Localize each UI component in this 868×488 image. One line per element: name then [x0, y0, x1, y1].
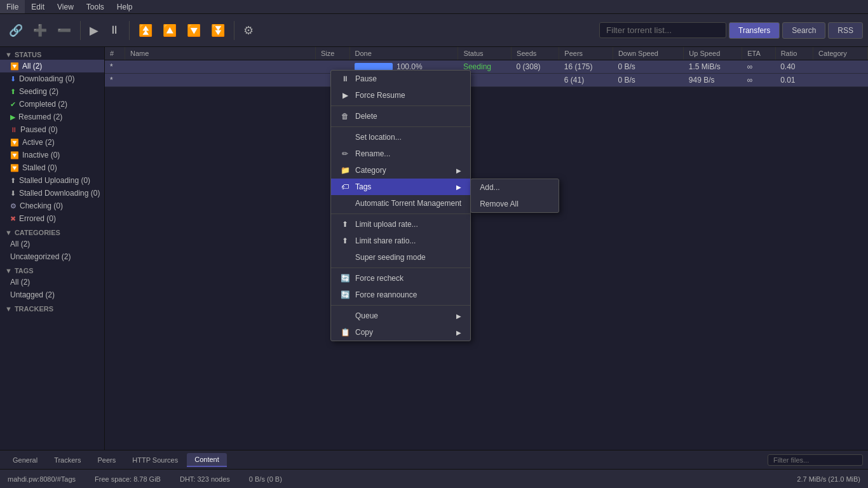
increase-priority-button[interactable]: 🔼: [159, 21, 180, 40]
menu-edit[interactable]: Edit: [25, 0, 51, 13]
status-collapse-icon: ▼: [5, 51, 12, 58]
tab-peers[interactable]: Peers: [90, 454, 124, 466]
ctx-super-seeding[interactable]: Super seeding mode: [331, 249, 470, 266]
ctx-atm[interactable]: Automatic Torrent Management: [331, 195, 470, 212]
ctx-force-reannounce[interactable]: 🔄 Force reannounce: [331, 287, 470, 303]
categories-collapse-icon: ▼: [5, 229, 12, 236]
sidebar-item-inactive[interactable]: 🔽 Inactive (0): [0, 149, 104, 161]
sidebar-item-tag-all[interactable]: All (2): [0, 276, 104, 288]
checking-icon: ⚙: [10, 202, 17, 210]
bottom-priority-button[interactable]: ⏬: [207, 21, 229, 40]
sidebar-item-active[interactable]: 🔽 Active (2): [0, 136, 104, 149]
resume-button[interactable]: ▶: [86, 21, 102, 40]
sidebar-item-completed[interactable]: ✔ Completed (2): [0, 98, 104, 111]
sidebar-item-cat-all[interactable]: All (2): [0, 238, 104, 250]
col-ratio[interactable]: Ratio: [775, 47, 813, 60]
ctx-sep-5: [331, 305, 470, 306]
tags-icon: 🏷: [340, 182, 350, 191]
table-row[interactable]: * 100.0% Seeding 0 (308): [105, 60, 868, 74]
menu-help[interactable]: Help: [111, 0, 139, 13]
sidebar-item-errored[interactable]: ✖ Errored (0): [0, 212, 104, 225]
tab-general[interactable]: General: [5, 454, 45, 466]
col-down-speed[interactable]: Down Speed: [613, 47, 683, 60]
col-seeds[interactable]: Seeds: [512, 47, 559, 60]
top-priority-button[interactable]: ⏫: [135, 21, 156, 40]
remove-torrent-button[interactable]: ➖: [53, 21, 75, 40]
sidebar-item-tag-untagged[interactable]: Untagged (2): [0, 288, 104, 301]
ctx-force-resume[interactable]: ▶ Force Resume: [331, 87, 470, 104]
add-torrent-button[interactable]: ➕: [29, 21, 51, 40]
sidebar-item-checking[interactable]: ⚙ Checking (0): [0, 200, 104, 212]
ctx-copy[interactable]: 📋 Copy ▶: [331, 324, 470, 341]
ctx-tags[interactable]: 🏷 Tags ▶ Add... Remove All: [331, 179, 470, 195]
category-arrow-icon: ▶: [456, 167, 461, 174]
tab-content[interactable]: Content: [187, 453, 227, 467]
tags-header[interactable]: ▼ TAGS: [0, 263, 104, 276]
context-menu: ⏸ Pause ▶ Force Resume 🗑 Delete Set loca…: [330, 70, 471, 341]
col-peers[interactable]: Peers: [559, 47, 613, 60]
menu-tools[interactable]: Tools: [80, 0, 111, 13]
ctx-force-recheck[interactable]: 🔄 Force recheck: [331, 270, 470, 287]
pause-button[interactable]: ⏸: [105, 21, 124, 39]
decrease-priority-button[interactable]: 🔽: [183, 21, 205, 40]
address-label: mahdi.pw:8080/#Tags: [8, 475, 76, 483]
tab-trackers[interactable]: Trackers: [46, 454, 88, 466]
col-name[interactable]: Name: [125, 47, 316, 60]
ctx-set-location[interactable]: Set location...: [331, 129, 470, 146]
force-reannounce-icon: 🔄: [340, 290, 350, 299]
file-filter-input[interactable]: [768, 454, 863, 466]
settings-button[interactable]: ⚙: [240, 21, 257, 40]
toolbar-separator-2: [129, 21, 130, 40]
sidebar-item-stalled[interactable]: 🔽 Stalled (0): [0, 161, 104, 174]
sidebar-item-paused[interactable]: ⏸ Paused (0): [0, 123, 104, 136]
rename-icon: ✏: [340, 149, 350, 158]
sidebar-item-stalled-downloading[interactable]: ⬇ Stalled Downloading (0): [0, 187, 104, 200]
downloading-icon: ⬇: [10, 75, 16, 83]
status-header[interactable]: ▼ STATUS: [0, 47, 104, 60]
trackers-collapse-icon: ▼: [5, 305, 12, 313]
dht-label: DHT: 323 nodes: [180, 475, 230, 483]
col-status[interactable]: Status: [458, 47, 512, 60]
sidebar-item-resumed[interactable]: ▶ Resumed (2): [0, 111, 104, 123]
transfers-tab[interactable]: Transfers: [729, 22, 780, 39]
col-num[interactable]: #: [105, 47, 125, 60]
submenu-add[interactable]: Add...: [471, 179, 559, 196]
sidebar-item-cat-uncategorized[interactable]: Uncategorized (2): [0, 250, 104, 263]
categories-header[interactable]: ▼ CATEGORIES: [0, 225, 104, 238]
active-icon: 🔽: [10, 139, 19, 147]
ctx-limit-upload[interactable]: ⬆ Limit upload rate...: [331, 216, 470, 233]
ctx-rename[interactable]: ✏ Rename...: [331, 146, 470, 162]
col-category[interactable]: Category: [813, 47, 868, 60]
sidebar-item-seeding[interactable]: ⬆ Seeding (2): [0, 85, 104, 98]
sidebar-item-stalled-uploading[interactable]: ⬆ Stalled Uploading (0): [0, 174, 104, 187]
menu-view[interactable]: View: [51, 0, 80, 13]
trackers-header[interactable]: ▼ TRACKERS: [0, 301, 104, 314]
col-eta[interactable]: ETA: [742, 47, 775, 60]
menu-file[interactable]: File: [0, 0, 25, 13]
menu-bar: File Edit View Tools Help: [0, 0, 868, 14]
rss-tab[interactable]: RSS: [828, 22, 863, 39]
submenu-remove-all[interactable]: Remove All: [471, 196, 559, 212]
table-row[interactable]: * 6 (41) 0 B/s 949 B/s ∞ 0.01: [105, 74, 868, 87]
ctx-limit-share[interactable]: ⬆ Limit share ratio...: [331, 233, 470, 249]
tags-arrow-icon: ▶: [456, 184, 461, 191]
speed-label: 0 B/s (0 B): [249, 475, 282, 483]
col-done[interactable]: Done: [349, 47, 458, 60]
bottom-tabs: General Trackers Peers HTTP Sources Cont…: [0, 450, 868, 469]
link-button[interactable]: 🔗: [5, 21, 27, 40]
col-size[interactable]: Size: [316, 47, 350, 60]
ctx-queue[interactable]: Queue ▶: [331, 308, 470, 324]
seeding-icon: ⬆: [10, 88, 16, 96]
torrent-table: # Name Size Done Status Seeds Peers Down…: [105, 47, 868, 450]
filter-input[interactable]: [599, 22, 726, 38]
force-recheck-icon: 🔄: [340, 274, 350, 283]
col-up-speed[interactable]: Up Speed: [684, 47, 742, 60]
sidebar-item-all[interactable]: 🔽 All (2): [0, 60, 104, 72]
free-space-label: Free space: 8.78 GiB: [95, 475, 161, 483]
search-tab[interactable]: Search: [782, 22, 825, 39]
tab-http-sources[interactable]: HTTP Sources: [125, 454, 186, 466]
sidebar-item-downloading[interactable]: ⬇ Downloading (0): [0, 72, 104, 85]
ctx-category[interactable]: 📁 Category ▶: [331, 162, 470, 179]
ctx-pause[interactable]: ⏸ Pause: [331, 71, 470, 87]
ctx-delete[interactable]: 🗑 Delete: [331, 108, 470, 125]
